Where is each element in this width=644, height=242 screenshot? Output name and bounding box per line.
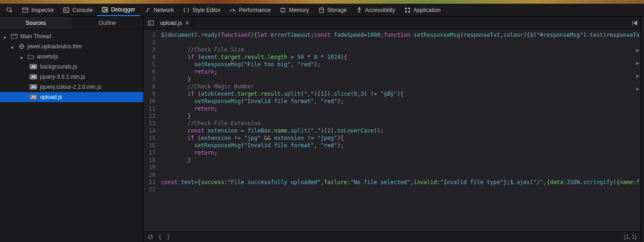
tool-accessibility[interactable]: Accessibility: [351, 4, 400, 16]
window-icon: [11, 34, 17, 39]
tool-label: Memory: [289, 7, 309, 13]
overflow-indicators: ▶▶▶▶: [635, 29, 640, 231]
svg-rect-1: [23, 8, 28, 12]
tool-inspector[interactable]: Inspector: [17, 4, 58, 16]
tool-debugger[interactable]: Debugger: [97, 4, 140, 16]
debugger-icon: [102, 6, 108, 13]
domain-label: jewel.uploadvulns.thm: [28, 43, 82, 50]
svg-rect-7: [281, 8, 285, 12]
file-label: upload.js: [40, 94, 62, 100]
svg-line-6: [233, 10, 234, 12]
pick-element-button[interactable]: [2, 4, 17, 16]
tab-sources[interactable]: Sources: [0, 17, 72, 29]
tool-application[interactable]: Application: [400, 4, 445, 16]
svg-line-22: [149, 235, 152, 238]
svg-rect-10: [405, 7, 407, 9]
storage-icon: [318, 7, 325, 13]
file-row[interactable]: JSbackgrounds.js: [0, 62, 143, 72]
thread-label: Main Thread: [20, 33, 51, 40]
line-gutter: 12345678910111213141516171819202122: [144, 29, 158, 231]
sidebar-tabs: Sources Outline: [0, 17, 143, 29]
file-row[interactable]: JSjquery-3.5.1.min.js: [0, 72, 143, 82]
memory-icon: [280, 7, 286, 13]
panel-collapse-icon: [148, 20, 154, 26]
code-editor[interactable]: 12345678910111213141516171819202122 $(do…: [144, 29, 640, 231]
sources-tree[interactable]: Main Thread jewel.uploadvulns.thm assets…: [0, 29, 143, 242]
editor-statusbar: { } (1, 1): [144, 231, 640, 242]
tool-label: Accessibility: [365, 7, 395, 13]
file-row[interactable]: JSupload.js: [0, 92, 143, 102]
domain-row[interactable]: jewel.uploadvulns.thm: [0, 41, 143, 52]
performance-icon: [230, 7, 236, 13]
js-badge-icon: JS: [29, 94, 37, 100]
tool-label: Application: [414, 7, 441, 13]
right-pane-collapsed[interactable]: [640, 17, 644, 242]
js-badge-icon: JS: [29, 64, 37, 69]
blackbox-icon[interactable]: [147, 234, 154, 240]
file-label: jquery-3.5.1.min.js: [40, 74, 85, 80]
cursor-position: (1, 1): [624, 234, 637, 240]
twisty-icon: [11, 44, 16, 49]
svg-point-8: [319, 7, 323, 9]
tool-label: Inspector: [31, 7, 54, 13]
tool-label: Network: [154, 7, 174, 13]
inspector-icon: [22, 7, 29, 13]
folder-icon: [28, 54, 34, 59]
folder-row[interactable]: assets/js: [0, 52, 143, 62]
twisty-icon: [20, 54, 25, 59]
code-area[interactable]: $(document).ready(function(){let errorTi…: [158, 29, 640, 231]
devtools-toolbar: InspectorConsoleDebuggerNetworkStyle Edi…: [0, 4, 644, 17]
tool-style[interactable]: Style Editor: [178, 4, 225, 16]
debugger-sidebar: Sources Outline Main Thread jewel.upload…: [0, 17, 144, 242]
thread-row[interactable]: Main Thread: [0, 31, 143, 41]
pretty-print-button[interactable]: { }: [158, 234, 171, 240]
run-to-icon: [632, 20, 638, 26]
file-row[interactable]: JSjquery.colour-2.2.0.min.js: [0, 82, 143, 92]
style-icon: [183, 7, 190, 13]
tab-outline[interactable]: Outline: [72, 17, 144, 29]
globe-icon: [18, 44, 25, 49]
editor-tabbar: upload.js ✕: [144, 17, 640, 29]
application-icon: [404, 7, 411, 13]
file-label: jquery.colour-2.2.0.min.js: [40, 84, 101, 90]
run-to-button[interactable]: [629, 17, 640, 29]
pick-element-icon: [6, 7, 13, 13]
twisty-icon: [4, 34, 8, 39]
svg-rect-12: [405, 11, 407, 12]
tool-label: Style Editor: [192, 7, 220, 13]
close-icon[interactable]: ✕: [185, 20, 190, 26]
accessibility-icon: [356, 7, 362, 13]
network-icon: [144, 7, 151, 13]
tool-storage[interactable]: Storage: [314, 4, 351, 16]
tool-memory[interactable]: Memory: [275, 4, 313, 16]
svg-rect-14: [11, 34, 17, 39]
editor-pane: upload.js ✕ 1234567891011121314151617181…: [144, 17, 640, 242]
folder-label: assets/js: [37, 53, 58, 60]
file-tab-label: upload.js: [160, 20, 182, 26]
file-tab-upload[interactable]: upload.js ✕: [156, 17, 194, 29]
tool-label: Performance: [239, 7, 270, 13]
svg-rect-11: [408, 7, 410, 9]
tool-label: Debugger: [111, 6, 135, 13]
svg-point-9: [358, 7, 360, 9]
tool-label: Console: [72, 7, 92, 13]
browser-content-strip: [0, 0, 644, 4]
toggle-sidebar-button[interactable]: [145, 17, 156, 29]
svg-rect-13: [408, 11, 410, 12]
tool-label: Storage: [328, 7, 347, 13]
file-label: backgrounds.js: [40, 63, 77, 70]
svg-rect-19: [148, 21, 153, 25]
tool-performance[interactable]: Performance: [225, 4, 275, 16]
console-icon: [63, 7, 69, 13]
js-badge-icon: JS: [29, 84, 37, 90]
tool-network[interactable]: Network: [140, 4, 178, 16]
js-badge-icon: JS: [29, 74, 37, 80]
tool-console[interactable]: Console: [58, 4, 97, 16]
